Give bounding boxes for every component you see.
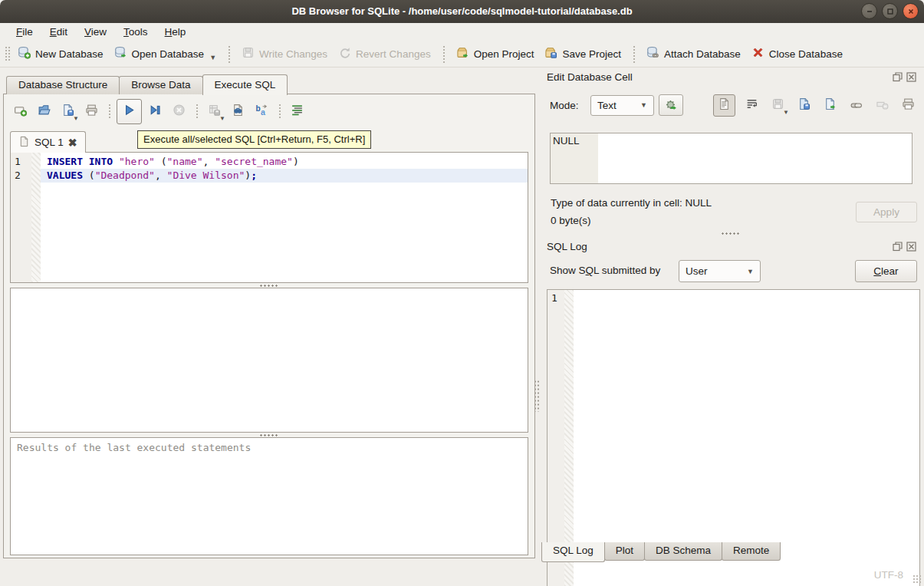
filter-label: Show SQL submitted by [550,265,660,276]
float-dock-icon[interactable] [892,242,903,252]
menu-edit[interactable]: Edit [41,25,76,40]
menu-file[interactable]: File [8,25,41,40]
dock-tab-db-schema[interactable]: DB Schema [644,542,722,561]
dropdown-caret-icon[interactable]: ▼ [219,115,225,122]
execute-tooltip: Execute all/selected SQL [Ctrl+Return, F… [137,130,371,149]
toolbar-separator [278,103,281,120]
close-tab-icon[interactable]: ✖ [68,137,77,149]
dropdown-caret-icon[interactable]: ▼ [209,54,216,61]
submitter-select[interactable]: User▼ [679,260,761,282]
database-new-icon [18,46,31,61]
print-sql-icon [85,104,98,119]
tab-database-structure[interactable]: Database Structure [6,76,120,94]
sql-tab-label: SQL 1 [35,137,64,148]
cell-value-editor[interactable]: NULL [550,133,912,184]
toolbar-drag-handle[interactable] [4,45,10,62]
dock-tab-plot[interactable]: Plot [604,542,645,561]
close-dock-icon[interactable] [906,72,916,83]
cell-editor-toolbar: Mode: Text▼ ▼ [540,94,921,117]
title-bar[interactable]: DB Browser for SQLite - /home/user/code/… [0,0,924,23]
sql-log-view[interactable]: 1 [547,289,920,586]
tab-browse-data[interactable]: Browse Data [119,76,202,94]
print-cell-button[interactable] [899,96,918,115]
print-sql-button[interactable] [81,101,102,122]
print-cell-icon [902,97,915,113]
write-changes-button: Write Changes [236,42,333,65]
apply-button[interactable]: Apply [856,202,917,222]
execute-all-icon [123,104,136,119]
line-number-gutter: 12 [11,153,31,282]
format-sql-icon [291,104,304,119]
word-wrap-button[interactable] [742,96,761,115]
export-cell-button[interactable] [820,96,840,115]
text-view-button[interactable] [713,94,735,117]
close-database-button[interactable]: Close Database [746,42,848,65]
sql-editor[interactable]: 12 INSERT INTO "hero" ("name", "secret_n… [10,152,528,283]
import-cell-icon [797,97,811,113]
minimize-icon[interactable] [861,3,877,19]
dock-splitter-handle[interactable] [540,231,921,235]
execute-all-button[interactable] [117,99,142,124]
auto-complete-button[interactable]: ba [252,101,272,122]
right-dock: Edit Database Cell Mode: Text▼ ▼ NULL Ty… [540,69,921,565]
execute-line-icon [149,104,162,119]
toolbar-separator [107,103,111,120]
open-sql-tab-icon [14,104,27,119]
menu-help[interactable]: Help [156,25,195,40]
project-save-icon [544,46,557,61]
save-sql-file-button[interactable]: ▼ [58,101,78,122]
clear-button[interactable]: Clear [855,260,917,282]
dropdown-caret-icon[interactable]: ▼ [73,115,79,122]
open-sql-file-button[interactable] [34,101,54,122]
dock-tab-sql-log[interactable]: SQL Log [541,542,605,562]
menu-tools[interactable]: Tools [115,25,156,40]
new-database-button[interactable]: New Database [12,42,109,65]
dock-tab-remote[interactable]: Remote [722,542,781,561]
menu-bar: FileEditViewToolsHelp [0,23,924,41]
write-changes-icon [242,46,255,61]
sql-log-title: SQL Log [547,241,587,252]
execution-status-pane[interactable]: Results of the last executed statements [10,437,528,555]
open-database-button[interactable]: Open Database▼ [109,42,222,65]
maximize-icon[interactable] [882,3,898,19]
menu-view[interactable]: View [76,25,115,40]
sql-toolbar: ▼▼ba [8,97,309,125]
auto-apply-button[interactable] [659,94,683,116]
export-cell-icon [824,97,837,113]
sql-log-header: SQL Log [540,239,921,252]
code-line-2[interactable]: VALUES ("Deadpond", "Dive Wilson"); [41,169,528,183]
import-cell-button[interactable] [794,96,814,115]
sql-editor-tab[interactable]: SQL 1 ✖ [10,131,86,153]
float-dock-icon[interactable] [892,72,903,83]
sql-code-area[interactable]: INSERT INTO "hero" ("name", "secret_name… [41,153,528,282]
results-grid[interactable] [10,288,528,433]
database-close-icon [751,46,765,61]
save-project-button[interactable]: Save Project [539,42,626,65]
open-sql-tab-button[interactable] [10,101,31,122]
resize-grip[interactable] [912,574,922,584]
dropdown-caret-icon[interactable]: ▼ [783,109,789,116]
main-toolbar: New DatabaseOpen Database▼Write ChangesR… [0,41,924,67]
line-number: 1 [15,155,31,169]
sql-log-controls: Show SQL submitted by User▼ Clear [540,260,921,283]
execute-sql-panel: ▼▼ba SQL 1 ✖ 12 INSERT INTO "hero" ("nam… [3,94,535,558]
link-cell-button[interactable] [847,96,866,115]
line-number: 2 [15,169,31,183]
svg-text:b: b [256,104,261,113]
main-tab-bar: Database StructureBrowse DataExecute SQL [6,74,287,94]
attach-database-button[interactable]: Attach Database [641,42,746,65]
execute-line-button[interactable] [145,101,166,122]
close-dock-icon[interactable] [906,242,916,252]
find-replace-button[interactable] [228,101,248,122]
mode-label: Mode: [550,100,579,111]
code-line-1[interactable]: INSERT INTO "hero" ("name", "secret_name… [41,155,528,169]
stop-execution-button [169,101,189,122]
open-project-button[interactable]: Open Project [451,42,540,65]
database-attach-icon [646,46,659,61]
tab-execute-sql[interactable]: Execute SQL [202,74,288,95]
close-icon[interactable] [903,3,919,19]
word-wrap-icon [745,97,758,113]
sql-file-icon [18,136,30,150]
format-sql-button[interactable] [287,101,307,122]
mode-select[interactable]: Text▼ [590,95,654,116]
